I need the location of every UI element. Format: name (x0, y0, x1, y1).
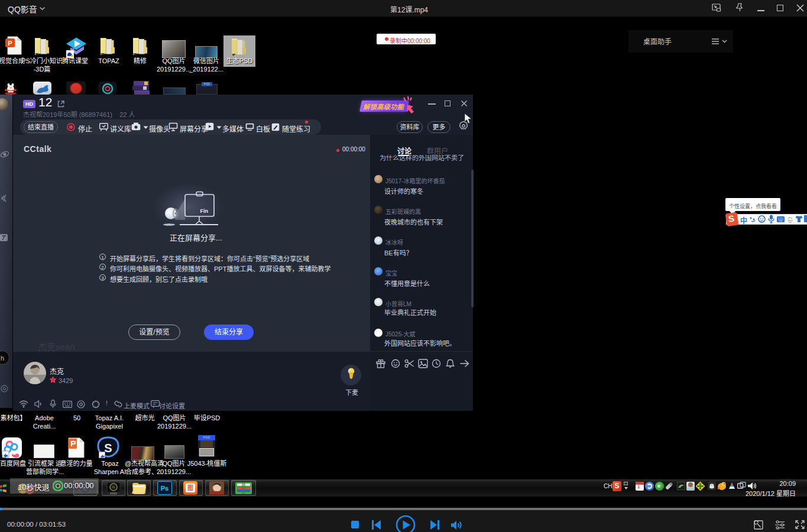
svg-text:S: S (104, 442, 112, 455)
svg-text:P: P (8, 40, 12, 47)
svg-text:Fin: Fin (200, 208, 209, 214)
